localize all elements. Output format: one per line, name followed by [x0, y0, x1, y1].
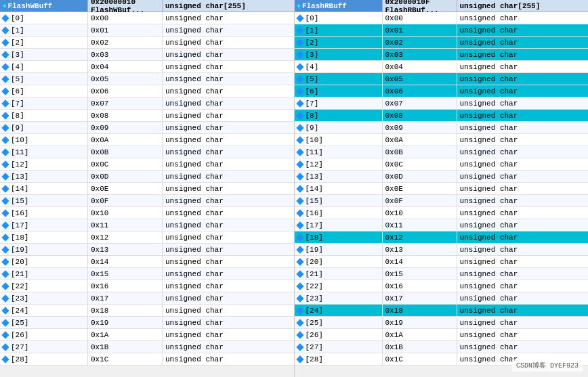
row-icon-diamond: [296, 173, 303, 180]
row-type: unsigned char: [163, 305, 294, 316]
row-icon-diamond: [296, 124, 303, 131]
table-row[interactable]: [26]0x1Aunsigned char: [295, 329, 589, 341]
table-row[interactable]: [14]0x0Eunsigned char: [0, 183, 294, 195]
row-value: 0x0D: [88, 171, 163, 182]
table-row[interactable]: [24]0x18unsigned char: [0, 305, 294, 317]
row-value: 0x1A: [383, 329, 457, 340]
table-row[interactable]: [7]0x07unsigned char: [295, 97, 589, 110]
panel-title-icon: ◆: [3, 2, 6, 9]
row-icon-diamond: [1, 87, 9, 95]
table-row[interactable]: [13]0x0Dunsigned char: [0, 171, 294, 183]
table-row[interactable]: [23]0x17unsigned char: [295, 292, 589, 305]
table-row[interactable]: [2]0x02unsigned char: [0, 37, 294, 49]
row-index: [14]: [0, 183, 88, 194]
table-row[interactable]: [25]0x19unsigned char: [295, 317, 589, 329]
row-index-text: [27]: [11, 343, 28, 351]
row-icon-diamond: [1, 355, 9, 363]
table-row[interactable]: [17]0x11unsigned char: [0, 219, 294, 231]
table-row[interactable]: [11]0x0Bunsigned char: [295, 146, 589, 158]
table-row[interactable]: [23]0x17unsigned char: [0, 292, 294, 305]
row-index: [1]: [0, 24, 88, 36]
table-row[interactable]: [16]0x10unsigned char: [295, 207, 589, 219]
table-row[interactable]: [6]0x06unsigned char: [295, 85, 589, 97]
row-type: unsigned char: [163, 195, 294, 206]
row-index-text: [1]: [306, 26, 319, 35]
table-row[interactable]: [22]0x16unsigned char: [295, 280, 589, 292]
table-row[interactable]: [2]0x02unsigned char: [295, 37, 589, 49]
table-row[interactable]: [5]0x05unsigned char: [0, 73, 294, 85]
table-row[interactable]: [18]0x12unsigned char: [295, 231, 589, 244]
row-icon-diamond: [1, 197, 9, 204]
table-row[interactable]: [0]0x00unsigned char: [295, 12, 589, 24]
row-icon-diamond: [1, 258, 9, 265]
table-row[interactable]: [21]0x15unsigned char: [295, 268, 589, 280]
table-row[interactable]: [4]0x04unsigned char: [0, 61, 294, 73]
table-row[interactable]: [1]0x01unsigned char: [295, 24, 589, 37]
row-index: [16]: [295, 207, 383, 219]
row-icon-diamond: [296, 343, 303, 351]
row-type: unsigned char: [457, 158, 589, 170]
table-row[interactable]: [3]0x03unsigned char: [0, 49, 294, 61]
row-index: [10]: [0, 134, 88, 146]
table-row[interactable]: [12]0x0Cunsigned char: [0, 158, 294, 171]
row-index-text: [23]: [11, 294, 28, 303]
table-row[interactable]: [15]0x0Funsigned char: [295, 195, 589, 207]
table-row[interactable]: [16]0x10unsigned char: [0, 207, 294, 219]
table-row[interactable]: [4]0x04unsigned char: [295, 61, 589, 73]
table-row[interactable]: [17]0x11unsigned char: [295, 219, 589, 231]
table-row[interactable]: [8]0x08unsigned char: [295, 110, 589, 122]
table-row[interactable]: [26]0x1Aunsigned char: [0, 329, 294, 341]
table-row[interactable]: [20]0x14unsigned char: [0, 256, 294, 268]
row-icon-diamond: [296, 197, 303, 204]
table-row[interactable]: [0]0x00unsigned char: [0, 12, 294, 24]
table-row[interactable]: [10]0x0Aunsigned char: [295, 134, 589, 146]
row-icon-diamond: [1, 294, 9, 302]
row-value: 0x0A: [88, 134, 163, 146]
table-row[interactable]: [13]0x0Dunsigned char: [295, 171, 589, 183]
row-type: unsigned char: [457, 219, 589, 231]
row-type: unsigned char: [163, 207, 294, 219]
row-icon-diamond: [296, 14, 303, 22]
table-row[interactable]: [21]0x15unsigned char: [0, 268, 294, 280]
row-icon-diamond: [1, 39, 9, 46]
row-value: 0x0C: [383, 158, 457, 170]
table-row[interactable]: [27]0x1Bunsigned char: [0, 341, 294, 353]
row-type: unsigned char: [163, 49, 294, 60]
row-type: unsigned char: [457, 134, 589, 146]
table-row[interactable]: [9]0x09unsigned char: [0, 122, 294, 134]
table-row[interactable]: [19]0x13unsigned char: [0, 244, 294, 256]
table-row[interactable]: [20]0x14unsigned char: [295, 256, 589, 268]
table-row[interactable]: [1]0x01unsigned char: [0, 24, 294, 37]
row-index: [27]: [0, 341, 88, 353]
row-value: 0x0E: [383, 183, 457, 194]
table-row[interactable]: [10]0x0Aunsigned char: [0, 134, 294, 146]
table-row[interactable]: [7]0x07unsigned char: [0, 97, 294, 110]
table-row[interactable]: [19]0x13unsigned char: [295, 244, 589, 256]
table-row[interactable]: [12]0x0Cunsigned char: [295, 158, 589, 171]
panel-header-FlashRBuff: ◆ FlashRBuff0x2000010F FlashRBuf...unsig…: [295, 0, 589, 12]
table-row[interactable]: [8]0x08unsigned char: [0, 110, 294, 122]
row-index: [11]: [295, 146, 383, 158]
table-row[interactable]: [24]0x18unsigned char: [295, 305, 589, 317]
table-row[interactable]: [22]0x16unsigned char: [0, 280, 294, 292]
row-value: 0x05: [383, 73, 457, 85]
table-row[interactable]: [3]0x03unsigned char: [295, 49, 589, 61]
row-type: unsigned char: [163, 329, 294, 340]
table-row[interactable]: [28]0x1Cunsigned char: [0, 353, 294, 365]
row-value: 0x16: [383, 280, 457, 292]
row-index: [4]: [295, 61, 383, 72]
table-row[interactable]: [15]0x0Funsigned char: [0, 195, 294, 207]
table-row[interactable]: [6]0x06unsigned char: [0, 85, 294, 97]
panel-title-icon: ◆: [297, 2, 301, 9]
table-row[interactable]: [9]0x09unsigned char: [295, 122, 589, 134]
table-row[interactable]: [18]0x12unsigned char: [0, 231, 294, 244]
table-row[interactable]: [25]0x19unsigned char: [0, 317, 294, 329]
row-value: 0x0F: [88, 195, 163, 206]
row-type: unsigned char: [457, 280, 589, 292]
row-index-text: [16]: [306, 209, 323, 217]
row-index-text: [21]: [11, 270, 28, 278]
table-row[interactable]: [27]0x1Bunsigned char: [295, 341, 589, 353]
table-row[interactable]: [11]0x0Bunsigned char: [0, 146, 294, 158]
table-row[interactable]: [5]0x05unsigned char: [295, 73, 589, 85]
table-row[interactable]: [14]0x0Eunsigned char: [295, 183, 589, 195]
